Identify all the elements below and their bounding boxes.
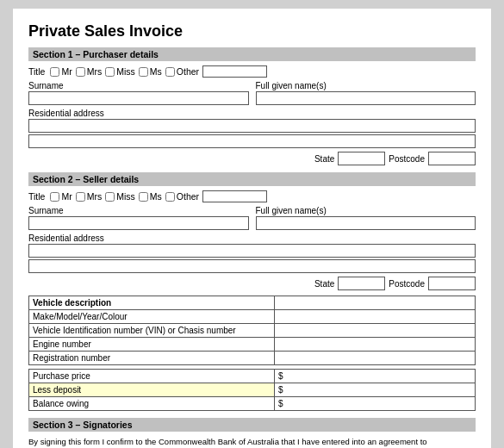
vehicle-header-label: Vehicle description xyxy=(29,296,275,310)
address-label-2: Residential address xyxy=(28,233,476,243)
other-checkbox-group-1[interactable]: Other xyxy=(165,66,199,77)
vehicle-row-0: Make/Model/Year/Colour xyxy=(29,310,476,324)
postcode-input-2[interactable] xyxy=(428,277,476,290)
ms-label-1: Ms xyxy=(150,66,162,77)
price-symbol-2: $ xyxy=(278,399,283,408)
surname-label-2: Surname xyxy=(28,206,249,215)
miss-checkbox-1[interactable] xyxy=(105,67,115,77)
ms-checkbox-group-2[interactable]: Ms xyxy=(139,191,162,202)
state-input-2[interactable] xyxy=(338,277,385,290)
vehicle-label-3: Registration number xyxy=(29,352,275,365)
vehicle-input-0[interactable] xyxy=(278,312,471,321)
name-row-1: Surname Full given name(s) xyxy=(28,81,476,105)
section1-header: Section 1 – Purchaser details xyxy=(28,47,476,61)
address-label-1: Residential address xyxy=(28,109,476,118)
title-row-2: Title Mr Mrs Miss Ms Other xyxy=(28,190,476,202)
other-label-1: Other xyxy=(177,66,199,77)
vehicle-input-1[interactable] xyxy=(278,326,471,335)
mr-checkbox-group-1[interactable]: Mr xyxy=(50,66,72,77)
other-text-2[interactable] xyxy=(202,190,267,202)
section3: Section 3 – Signatories By signing this … xyxy=(28,418,476,448)
address-section-2: Residential address xyxy=(28,233,476,275)
address-input-2b[interactable] xyxy=(28,259,476,273)
other-text-1[interactable] xyxy=(202,65,267,78)
ms-checkbox-2[interactable] xyxy=(139,192,148,202)
state-label-1: State xyxy=(314,154,334,164)
address-input-2a[interactable] xyxy=(28,244,476,258)
mr-checkbox-2[interactable] xyxy=(50,192,59,202)
vehicle-label-1: Vehicle Identification number (VIN) or C… xyxy=(29,324,275,338)
miss-label-2: Miss xyxy=(116,191,135,202)
other-checkbox-group-2[interactable]: Other xyxy=(165,191,199,202)
surname-col-1: Surname xyxy=(28,81,249,105)
miss-label-1: Miss xyxy=(116,66,135,77)
vehicle-input-3[interactable] xyxy=(278,353,471,363)
surname-input-1[interactable] xyxy=(28,91,249,105)
mrs-label-1: Mrs xyxy=(87,66,103,77)
other-checkbox-1[interactable] xyxy=(165,67,175,77)
price-row-0: Purchase price $ xyxy=(29,370,476,383)
address-input-1a[interactable] xyxy=(28,119,476,133)
section2: Section 2 – Seller details Title Mr Mrs … xyxy=(28,172,476,290)
price-input-2[interactable] xyxy=(285,399,459,408)
price-row-1: Less deposit $ xyxy=(29,383,476,397)
fullname-col-1: Full given name(s) xyxy=(256,81,476,105)
price-input-0[interactable] xyxy=(285,371,459,381)
miss-checkbox-group-1[interactable]: Miss xyxy=(105,66,135,77)
mrs-checkbox-2[interactable] xyxy=(76,192,85,202)
fullname-input-2[interactable] xyxy=(256,216,476,230)
mrs-label-2: Mrs xyxy=(87,191,103,202)
vehicle-row-1: Vehicle Identification number (VIN) or C… xyxy=(29,324,476,338)
price-symbol-0: $ xyxy=(278,371,283,381)
surname-input-2[interactable] xyxy=(28,216,249,230)
price-value-2: $ xyxy=(274,397,475,411)
state-label-2: State xyxy=(314,279,334,289)
ms-label-2: Ms xyxy=(150,191,162,202)
miss-checkbox-2[interactable] xyxy=(105,192,115,202)
state-postcode-1: State Postcode xyxy=(28,152,476,165)
vehicle-row-2: Engine number xyxy=(29,338,476,352)
mrs-checkbox-group-1[interactable]: Mrs xyxy=(76,66,103,77)
sig-text: By signing this form I confirm to the Co… xyxy=(28,436,476,448)
fullname-input-1[interactable] xyxy=(256,91,476,105)
vehicle-value-1[interactable] xyxy=(274,324,475,338)
title-label-2: Title xyxy=(28,191,45,202)
vehicle-row-3: Registration number xyxy=(29,352,476,365)
section3-header: Section 3 – Signatories xyxy=(28,418,476,432)
other-checkbox-2[interactable] xyxy=(165,192,175,202)
address-input-1b[interactable] xyxy=(28,134,476,148)
title-label-1: Title xyxy=(28,66,45,77)
postcode-input-1[interactable] xyxy=(428,152,476,165)
price-input-1[interactable] xyxy=(285,385,459,395)
section2-header: Section 2 – Seller details xyxy=(28,172,476,186)
fullname-label-1: Full given name(s) xyxy=(256,81,476,90)
mrs-checkbox-1[interactable] xyxy=(76,67,85,77)
section1: Section 1 – Purchaser details Title Mr M… xyxy=(28,47,476,165)
price-value-1: $ xyxy=(274,383,475,397)
fullname-col-2: Full given name(s) xyxy=(256,206,476,230)
price-value-0: $ xyxy=(274,370,475,383)
vehicle-header-value xyxy=(274,296,475,310)
vehicle-value-3[interactable] xyxy=(274,352,475,365)
surname-label-1: Surname xyxy=(28,81,249,90)
miss-checkbox-group-2[interactable]: Miss xyxy=(105,191,135,202)
state-input-1[interactable] xyxy=(338,152,385,165)
vehicle-input-2[interactable] xyxy=(278,339,471,349)
mrs-checkbox-group-2[interactable]: Mrs xyxy=(76,191,103,202)
ms-checkbox-group-1[interactable]: Ms xyxy=(139,66,162,77)
postcode-label-2: Postcode xyxy=(389,279,425,289)
ms-checkbox-1[interactable] xyxy=(139,67,148,77)
page-title: Private Sales Invoice xyxy=(28,22,476,40)
vehicle-value-2[interactable] xyxy=(274,338,475,352)
vehicle-value-0[interactable] xyxy=(274,310,475,324)
mr-checkbox-group-2[interactable]: Mr xyxy=(50,191,72,202)
other-label-2: Other xyxy=(177,191,199,202)
state-postcode-2: State Postcode xyxy=(28,277,476,290)
price-row-2: Balance owing $ xyxy=(29,397,476,411)
invoice-page: Private Sales Invoice Section 1 – Purcha… xyxy=(13,9,491,448)
mr-label-1: Mr xyxy=(61,66,72,77)
mr-checkbox-1[interactable] xyxy=(50,67,59,77)
surname-col-2: Surname xyxy=(28,206,249,230)
vehicle-table: Vehicle description Make/Model/Year/Colo… xyxy=(28,296,476,365)
vehicle-header-input[interactable] xyxy=(278,298,471,308)
